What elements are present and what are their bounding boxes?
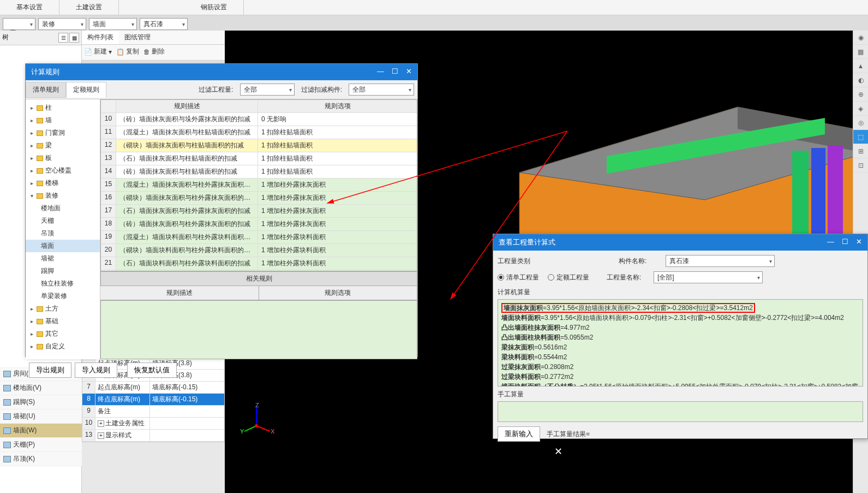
close-icon[interactable]: ✕ [856, 237, 862, 247]
tree-node[interactable]: 天棚 [26, 215, 100, 227]
tab-drawing-mgmt[interactable]: 图纸管理 [119, 31, 156, 44]
delete-button[interactable]: 🗑 删除 [143, 47, 165, 56]
axis-y-label: Y [240, 428, 244, 435]
rule-row[interactable]: 12（砌块）墙面抹灰面积与柱贴墙面积的扣减1 扣除柱贴墙面积 [101, 139, 417, 152]
manual-result-label: 手工算量结果= [547, 430, 590, 439]
tree-node[interactable]: 独立柱装修 [26, 277, 100, 290]
side-menu-item[interactable]: 楼地面(V) [0, 381, 82, 395]
comp-name-dropdown[interactable]: 真石漆 [666, 255, 775, 267]
filter-qty-dropdown[interactable]: 全部 [240, 84, 295, 96]
rule-row[interactable]: 16（砌块）墙面抹灰面积与柱外露抹灰面积的扣减1 增加柱外露抹灰面积 [101, 192, 417, 205]
dialog2-titlebar[interactable]: 查看工程量计算式 — ☐ ✕ [493, 234, 867, 251]
minimize-icon[interactable]: — [377, 67, 384, 77]
radio-quota-qty[interactable]: 定额工程量 [548, 273, 589, 282]
side-menu-item[interactable]: 天棚(P) [0, 438, 82, 452]
rule-row[interactable]: 21（石）墙面块料面积与柱外露块料面积的扣减1 增加柱外露块料面积 [101, 257, 417, 270]
tab-component-list[interactable]: 构件列表 [82, 31, 119, 44]
right-tool-item[interactable]: ◉ [853, 31, 868, 45]
decoration-side-menu: 房间(F)楼地面(V)踢脚(S)墙裙(U)墙面(W)天棚(P)吊顶(K) [0, 367, 82, 466]
right-tool-item[interactable]: ⊕ [853, 87, 868, 102]
right-tool-item[interactable]: ◐ [853, 73, 868, 87]
rule-row[interactable]: 13（石）墙面抹灰面积与柱贴墙面积的扣减1 扣除柱贴墙面积 [101, 152, 417, 165]
reenter-button[interactable]: 重新输入 [498, 426, 540, 442]
dropdown-type[interactable]: 墙面 [89, 18, 137, 30]
right-tool-item[interactable]: ◎ [853, 116, 868, 130]
tree-node[interactable]: ▸墙 [26, 114, 100, 127]
tab-rebar-settings[interactable]: 钢筋设置 [184, 0, 244, 15]
tree-node[interactable]: ▸梁 [26, 139, 100, 152]
tree-node[interactable]: 墙裙 [26, 252, 100, 265]
tab-civil-settings[interactable]: 土建设置 [59, 0, 119, 15]
tree-node[interactable]: ▸空心楼盖 [26, 164, 100, 177]
tree-node[interactable]: ▸门窗洞 [26, 127, 100, 139]
tree-node[interactable]: ▸基础 [26, 315, 100, 328]
tree-node[interactable]: 踢脚 [26, 265, 100, 277]
side-menu-item[interactable]: 踢脚(S) [0, 395, 82, 409]
minimize-icon[interactable]: — [827, 237, 834, 247]
right-tool-item[interactable]: ◈ [853, 102, 868, 116]
side-menu-item[interactable]: 吊顶(K) [0, 452, 82, 466]
rules-table[interactable]: 规则描述 规则选项 10（砖）墙面抹灰面积与垛外露抹灰面积的扣减0 无影响11（… [100, 99, 417, 271]
copy-button[interactable]: 📋 复制 [116, 47, 139, 56]
qty-name-dropdown[interactable]: [全部] [654, 271, 763, 283]
tree-view-btn-1[interactable]: ☰ [58, 33, 68, 43]
rule-row[interactable]: 20（砌块）墙面块料面积与柱外露块料面积的扣减1 增加柱外露块料面积 [101, 244, 417, 257]
rule-row[interactable]: 14（砖）墙面抹灰面积与柱贴墙面积的扣减1 扣除柱贴墙面积 [101, 165, 417, 179]
tree-node[interactable]: ▸板 [26, 152, 100, 164]
restore-defaults-button[interactable]: 恢复默认值 [127, 363, 177, 378]
dropdown-material[interactable]: 真石漆 [140, 18, 188, 30]
tree-node[interactable]: ▸柱 [26, 102, 100, 114]
tree-node[interactable]: 楼地面 [26, 202, 100, 215]
right-tool-item[interactable]: ⊡ [853, 158, 868, 173]
crosshair-cursor: ✕ [554, 446, 562, 458]
tree-node[interactable]: 吊顶 [26, 227, 100, 240]
rule-row[interactable]: 19（混凝土）墙面块料面积与柱外露块料面积的…1 增加柱外露块料面积 [101, 231, 417, 244]
close-icon[interactable]: ✕ [406, 67, 412, 77]
tree-header: 树 ☰ ▦ [0, 31, 81, 45]
side-menu-item[interactable]: 墙裙(U) [0, 409, 82, 424]
tree-view-btn-2[interactable]: ▦ [69, 33, 79, 43]
rule-row[interactable]: 15（混凝土）墙面抹灰面积与柱外露抹灰面积的…1 增加柱外露抹灰面积 [101, 179, 417, 192]
tree-node[interactable]: 单梁装修 [26, 290, 100, 302]
maximize-icon[interactable]: ☐ [392, 67, 398, 77]
export-rules-button[interactable]: 导出规则 [29, 363, 71, 378]
right-tool-item[interactable]: ⬚ [853, 130, 868, 144]
rule-row[interactable]: 10（砖）墙面抹灰面积与垛外露抹灰面积的扣减0 无影响 [101, 113, 417, 126]
right-tool-item[interactable]: ▦ [853, 45, 868, 59]
side-menu-item[interactable]: 墙面(W) [0, 424, 82, 438]
tree-node[interactable]: ▾装修 [26, 189, 100, 202]
rule-row[interactable]: 17（石）墙面抹灰面积与柱外露抹灰面积的扣减1 增加柱外露抹灰面积 [101, 205, 417, 218]
tab-list-rules[interactable]: 清单规则 [26, 82, 66, 98]
filter-deduct-dropdown[interactable]: 全部 [349, 84, 414, 96]
col-description: 规则描述 [116, 100, 258, 112]
rule-row[interactable]: 11（混凝土）墙面抹灰面积与柱贴墙面积的扣减1 扣除柱贴墙面积 [101, 126, 417, 139]
col-option: 规则选项 [258, 100, 417, 112]
rule-row[interactable]: 18（砖）墙面抹灰面积与柱外露抹灰面积的扣减1 增加柱外露抹灰面积 [101, 218, 417, 231]
new-button[interactable]: 📄 新建 ▾ [84, 47, 112, 56]
dialog-titlebar[interactable]: 计算规则 — ☐ ✕ [26, 64, 417, 80]
related-col-opt: 规则选项 [259, 286, 418, 300]
property-row[interactable]: 7起点底标高(m)墙底标高(-0.15) [82, 382, 224, 394]
tree-node[interactable]: ▸其它 [26, 328, 100, 340]
right-tool-item[interactable]: ▲ [853, 59, 868, 73]
dropdown-category[interactable]: 装修 [38, 18, 86, 30]
tab-basic-settings[interactable]: 基本设置 [0, 0, 59, 15]
tree-node[interactable]: 墙面 [26, 240, 100, 252]
property-row[interactable]: 9备注 [82, 406, 224, 418]
rule-category-tree[interactable]: ▸柱▸墙▸门窗洞▸梁▸板▸空心楼盖▸楼梯▾装修楼地面天棚吊顶墙面墙裙踢脚独立柱装… [26, 99, 100, 359]
manual-input-box[interactable] [498, 401, 863, 422]
radio-list-qty[interactable]: 清单工程量 [498, 273, 539, 282]
maximize-icon[interactable]: ☐ [842, 237, 848, 247]
tree-node[interactable]: ▸楼梯 [26, 177, 100, 189]
property-row[interactable]: 10+土建业务属性 [82, 418, 224, 430]
property-row[interactable]: 13+显示样式 [82, 430, 224, 442]
tab-quota-rules[interactable]: 定额规则 [66, 82, 106, 98]
dialog2-title-text: 查看工程量计算式 [499, 237, 555, 247]
formula-display[interactable]: 墙面抹灰面积=3.95*1.56<原始墙面抹灰面积>-2.34<扣窗>-0.28… [498, 299, 863, 387]
qty-type-label: 工程量类别 [498, 257, 536, 266]
import-rules-button[interactable]: 导入规则 [75, 363, 117, 378]
property-row[interactable]: 8终点底标高(m)墙底标高(-0.15) [82, 394, 224, 406]
tree-node[interactable]: ▸土方 [26, 302, 100, 315]
tree-node[interactable]: ▸自定义 [26, 340, 100, 353]
right-tool-item[interactable]: ⊞ [853, 144, 868, 158]
